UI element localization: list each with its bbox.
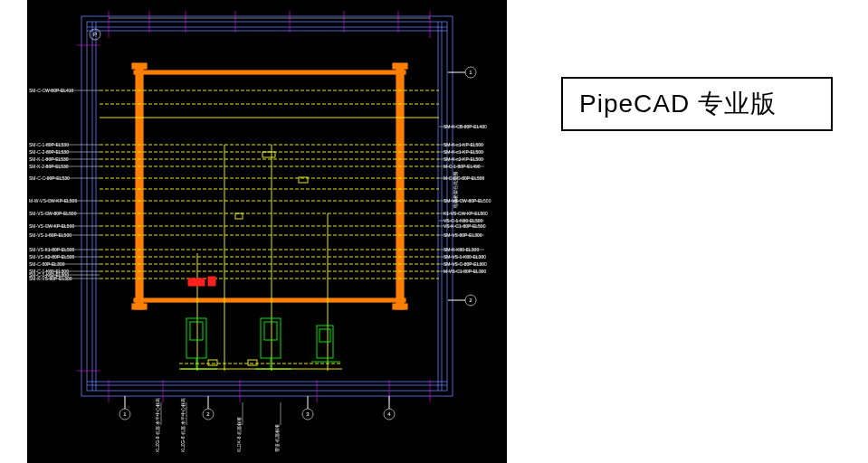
pipe-label: SM-VS-1-K80-EL300 (444, 254, 486, 260)
product-title: PipeCAD 专业版 (579, 87, 777, 121)
pipe-label: SM-K-c1-KP-EL500 (444, 142, 483, 147)
pipe-label: SM-K-c2-KP-EL500 (444, 156, 483, 162)
svg-rect-34 (132, 304, 147, 309)
pipe-label: K1-VS-CW-KP-EL500 (444, 211, 488, 216)
pipe-label: M-C-1-80P-EL490 (444, 164, 481, 169)
svg-rect-61 (188, 279, 205, 286)
pipe-label: VS-K-C1-80P-EL500 (444, 223, 486, 229)
svg-text:电缆桥架在此范围: 电缆桥架在此范围 (453, 172, 458, 208)
axis-bubble-label: 1 (123, 411, 127, 417)
pipe-label: SM-VS-CW-80P-EL500 (444, 198, 491, 203)
pipe-label: SM-K-1-80P-EL530 (29, 156, 69, 162)
svg-rect-76 (208, 360, 217, 365)
pipe-label: SM-K-CB-80P-EL430 (444, 124, 487, 129)
equipment-note: KLZG-8 机器 水平中心标高 (155, 398, 160, 452)
valve-marker (188, 277, 215, 286)
svg-rect-64 (190, 322, 203, 340)
pipe-label: SM-VS-80P-EL300 (444, 232, 482, 238)
pipe-label: SM-C-80P-EL300 (29, 261, 65, 267)
axis-bubble-label: 3 (306, 411, 310, 417)
pipe-label: SM-VS-CW-80P-EL500 (29, 211, 77, 216)
equipment-note: 管道·机器标准 (274, 424, 280, 452)
svg-rect-58 (262, 152, 275, 157)
svg-rect-30 (136, 65, 143, 309)
equipment-note: KLDK-8 机器标准 (236, 417, 242, 452)
grid-markers (77, 11, 430, 402)
left-labels: SM-C-CW-80P-EL410SM-C-1-80P-EL530SM-C-2-… (29, 88, 100, 281)
pipe-label: SM-K-2-80P-EL530 (29, 164, 69, 169)
pipe-label: SM-VS-CW-KP-EL500 (29, 223, 74, 229)
pipe-label: SM-C-2-80P-EL530 (29, 149, 69, 155)
pipe-label: M-W-VS-CW-KP-EL500 (29, 198, 77, 203)
pipe-label: SM-VS-K1-80P-EL500 (29, 247, 75, 252)
right-margin-note: 电缆桥架在此范围 (453, 172, 458, 208)
svg-rect-60 (235, 213, 243, 219)
svg-rect-67 (264, 322, 277, 340)
pipe-label: SM-C-1-80P-EL530 (29, 142, 69, 147)
pipe-label: SM-VS-K2-80P-EL500 (29, 254, 75, 260)
axis-bubble-label: 4 (387, 411, 391, 417)
axis-bubble-label: 2 (469, 298, 472, 303)
pipe-runs (100, 90, 439, 371)
axis-bubble-label: 2 (206, 411, 210, 417)
svg-rect-33 (393, 63, 407, 69)
axis-bubble-label: 1 (469, 70, 472, 75)
pipe-label: SM-K-K80-EL300 (444, 247, 479, 252)
bottom-headers (179, 360, 342, 369)
product-title-box: PipeCAD 专业版 (561, 77, 833, 131)
svg-rect-63 (186, 318, 206, 358)
bottom-notes: KLZG-8 机器 水平中心标高KLZG-8 机器 水平中心标高KLDK-8 机… (155, 398, 281, 452)
svg-rect-31 (396, 65, 404, 309)
pipe-label: SM-C-CW-80P-EL410 (29, 88, 74, 93)
svg-rect-66 (261, 318, 281, 358)
svg-rect-62 (208, 277, 215, 286)
pipe-label: SM-VS-C-80P-EL300 (444, 261, 487, 267)
pipe-label: SM-K-VS-80P-EL300 (29, 276, 72, 281)
cad-drawing-viewport[interactable]: 1 2 P 1 2 3 4 SM-C-CW-80P-EL410SM-C-1-80… (27, 0, 507, 463)
pipe-label: SM-K-c1-KP-EL500 (444, 149, 483, 155)
svg-rect-70 (320, 329, 330, 342)
equipment-pumps (181, 318, 340, 369)
svg-rect-32 (132, 63, 147, 69)
pipe-label: M-VS-C1-80P-EL300 (444, 269, 486, 274)
equipment-note: KLZG-8 机器 水平中心标高 (180, 398, 186, 452)
pipe-label: SM-C-C-90P-EL530 (29, 175, 70, 181)
axis-bubble-label: P (93, 32, 97, 37)
pipe-label: SM-VS-1-80P-EL500 (29, 232, 72, 238)
pipe-rack (132, 63, 407, 309)
pipe-label: M-C-GC-80P-EL500 (444, 175, 485, 181)
right-labels: SM-K-CB-80P-EL430SM-K-c1-KP-EL500SM-K-c1… (439, 124, 491, 274)
svg-rect-77 (248, 360, 257, 365)
axis-bubbles: 1 2 P 1 2 3 4 (90, 29, 476, 420)
svg-rect-35 (393, 304, 407, 309)
